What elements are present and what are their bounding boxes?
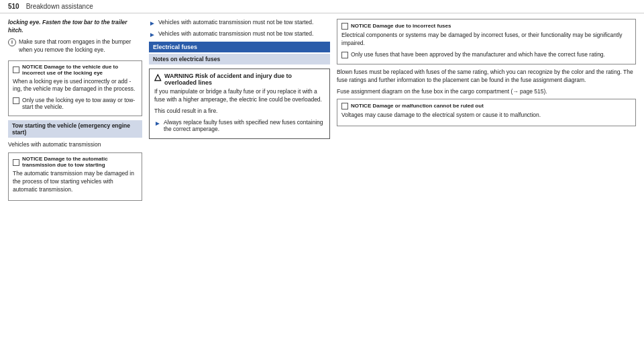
mid-bullet-1: ► Vehicles with automatic transmission m… <box>149 19 330 28</box>
mid-column: ► Vehicles with automatic transmission m… <box>149 19 330 349</box>
notice-body-4: Voltages may cause damage to the electri… <box>341 111 631 120</box>
notice-header-1: NOTICE Damage to the vehicle due to inco… <box>13 64 138 76</box>
notice-header-2: NOTICE Damage to the automatic transmiss… <box>13 156 138 168</box>
warning-body-2: This could result in a fire. <box>154 107 325 116</box>
arrow-icon-1: ► <box>149 19 156 28</box>
warning-header: △ WARNING Risk of accident and injury du… <box>154 73 325 86</box>
header-bar: 510 Breakdown assistance <box>0 0 644 13</box>
small-box-icon-3 <box>341 52 348 58</box>
notice-box-3: NOTICE Damage due to incorrect fuses Ele… <box>337 19 636 64</box>
notice-icon-2 <box>13 159 19 166</box>
arrow-icon-3: ► <box>154 119 161 128</box>
section-bar-electrical: Electrical fuses <box>149 42 330 52</box>
notice-body-3: Electrical components or systems may be … <box>341 32 631 48</box>
arrow-icon-2: ► <box>149 30 156 39</box>
notice-body-1: When a locking eye is used incorrectly o… <box>13 78 138 94</box>
notice-icon-4 <box>341 103 348 109</box>
info-row-1: i Make sure that room engages in the bum… <box>8 38 142 58</box>
right-column: NOTICE Damage due to incorrect fuses Ele… <box>337 19 636 349</box>
warning-bullet: ► Always replace faulty fuses with speci… <box>154 119 325 132</box>
small-box-icon-1 <box>13 97 19 104</box>
notice-header-4: NOTICE Damage or malfunction cannot be r… <box>341 102 631 109</box>
left-column: locking eye. Fasten the tow bar to the t… <box>8 19 142 349</box>
notice-body-2: The automatic transmission may be damage… <box>13 170 138 194</box>
left-intro: locking eye. Fasten the tow bar to the t… <box>8 19 142 35</box>
header-title: Breakdown assistance <box>26 3 93 10</box>
warning-body-1: If you manipulate or bridge a faulty fus… <box>154 88 325 104</box>
content-area: locking eye. Fasten the tow bar to the t… <box>0 13 644 354</box>
notice-box-1: NOTICE Damage to the vehicle due to inco… <box>8 60 142 117</box>
tow-section-label: Tow starting the vehicle (emergency engi… <box>8 120 142 138</box>
page-number: 510 <box>8 3 19 10</box>
right-body-1: Blown fuses must be replaced with fuses … <box>337 69 636 85</box>
notice-box-4: NOTICE Damage or malfunction cannot be r… <box>337 99 636 126</box>
notice-box-2: NOTICE Damage to the automatic transmiss… <box>8 152 142 201</box>
mid-bullet-2: ► Vehicles with automatic transmission m… <box>149 30 330 39</box>
vehicles-auto-label: Vehicles with automatic transmission <box>8 141 142 149</box>
notice-bullet-1: Only use the locking eye to tow away or … <box>13 97 138 110</box>
notice-icon-1 <box>13 66 19 73</box>
notice-bullet-3: Only use fuses that have been approved b… <box>341 51 631 58</box>
right-body-2: Fuse assignment diagram on the fuse box … <box>337 88 636 96</box>
circle-icon: i <box>8 38 16 46</box>
warning-box: △ WARNING Risk of accident and injury du… <box>149 69 330 139</box>
notice-icon-3 <box>341 23 348 30</box>
warning-triangle-icon: △ <box>154 73 161 81</box>
info-text: Make sure that room engages in the bumpe… <box>19 38 142 54</box>
subsection-bar-notes: Notes on electrical fuses <box>149 54 330 64</box>
notice-header-3: NOTICE Damage due to incorrect fuses <box>341 22 631 30</box>
